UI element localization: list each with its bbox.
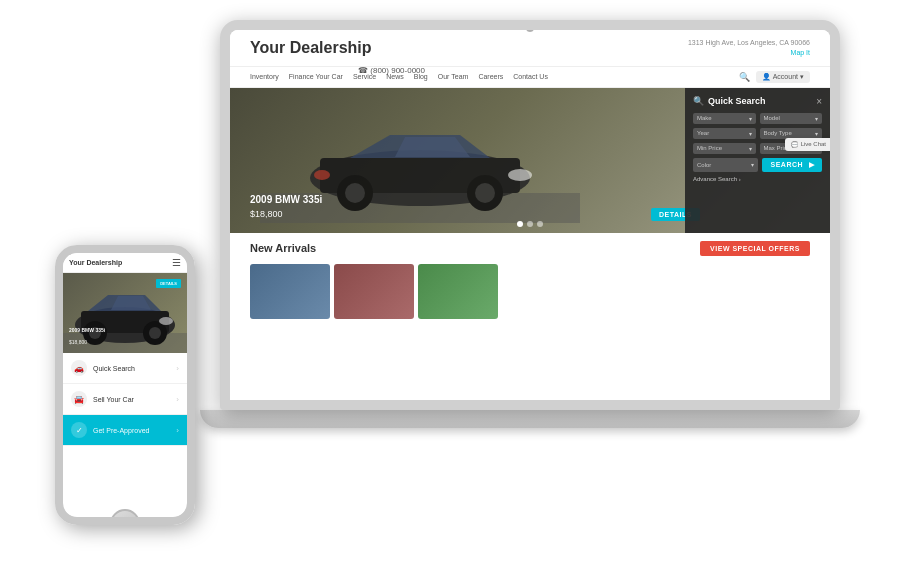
phone-speaker (110, 248, 140, 251)
account-label: Account (773, 73, 798, 80)
site-contact: ☎ (800) 900-0000 1313 High Ave, Los Ange… (688, 38, 810, 58)
slide-dot-1[interactable] (517, 221, 523, 227)
slide-indicators (517, 221, 543, 227)
site-logo: Your Dealership (250, 39, 372, 57)
quick-search-title: 🔍 Quick Search (693, 96, 766, 106)
phone-hamburger-icon[interactable]: ☰ (172, 257, 181, 268)
laptop: Your Dealership ☎ (800) 900-0000 1313 Hi… (220, 20, 840, 440)
phone-menu: 🚗 Quick Search › 🚘 Sell Your Car › (63, 353, 187, 446)
quick-search-arrow-icon: › (176, 364, 179, 373)
phone-hero: 2009 BMW 335i $18,800 DETAILS (63, 273, 187, 353)
nav-team[interactable]: Our Team (438, 73, 469, 80)
quick-search-menu-icon: 🚗 (71, 360, 87, 376)
search-icon-qs: 🔍 (693, 96, 704, 106)
svg-point-9 (508, 169, 532, 181)
phone-body: Your Dealership ☰ (55, 245, 195, 525)
svg-point-19 (149, 327, 161, 339)
slide-dot-2[interactable] (527, 221, 533, 227)
pre-approved-menu-icon: ✓ (71, 422, 87, 438)
laptop-body: Your Dealership ☎ (800) 900-0000 1313 Hi… (220, 20, 840, 410)
car-thumb-3[interactable] (418, 264, 498, 319)
phone-hero-car-price: $18,800 (69, 339, 87, 345)
quick-search-close[interactable]: × (816, 96, 822, 107)
phone-logo: Your Dealership (69, 259, 122, 266)
contact-phone: ☎ (800) 900-0000 (285, 65, 425, 345)
account-chevron: ▾ (800, 73, 804, 81)
laptop-screen: Your Dealership ☎ (800) 900-0000 1313 Hi… (230, 30, 830, 400)
phone-hero-badge[interactable]: DETAILS (156, 279, 181, 288)
account-icon: 👤 (762, 73, 771, 81)
pre-approved-menu-label: Get Pre-Approved (93, 427, 149, 434)
scene: Your Dealership ☎ (800) 900-0000 1313 Hi… (0, 0, 900, 580)
slide-dot-3[interactable] (537, 221, 543, 227)
svg-point-20 (159, 317, 173, 325)
live-chat-tab[interactable]: 💬 Live Chat (785, 138, 830, 151)
laptop-camera (526, 24, 534, 32)
sell-car-menu-label: Sell Your Car (93, 396, 134, 403)
qs-model-select[interactable]: Model▾ (760, 113, 823, 124)
view-offers-button[interactable]: VIEW SPECIAL OFFERS (700, 241, 810, 256)
contact-address: 1313 High Ave, Los Angeles, CA 90066 (688, 38, 810, 48)
phone-header: Your Dealership ☰ (63, 253, 187, 273)
quick-search-menu-label: Quick Search (93, 365, 135, 372)
site-header: Your Dealership ☎ (800) 900-0000 1313 Hi… (230, 30, 830, 67)
qs-year-select[interactable]: Year▾ (693, 128, 756, 139)
chat-icon: 💬 (791, 141, 798, 148)
svg-point-8 (475, 183, 495, 203)
phone-menu-quick-search[interactable]: 🚗 Quick Search › (63, 353, 187, 384)
account-button[interactable]: 👤 Account ▾ (756, 71, 810, 83)
qs-make-select[interactable]: Make▾ (693, 113, 756, 124)
phone-screen: Your Dealership ☰ (63, 253, 187, 517)
contact-map[interactable]: Map It (688, 48, 810, 58)
phone-power-button (193, 303, 195, 323)
phone-vol-down-button (55, 318, 57, 333)
logo-text-normal: Your (250, 39, 290, 56)
qs-bodytype-select[interactable]: Body Type▾ (760, 128, 823, 139)
phone-menu-sell-car[interactable]: 🚘 Sell Your Car › (63, 384, 187, 415)
nav-icons: 🔍 👤 Account ▾ (739, 71, 810, 83)
search-icon[interactable]: 🔍 (739, 72, 750, 82)
nav-inventory[interactable]: Inventory (250, 73, 279, 80)
laptop-base (200, 410, 860, 428)
quick-search-header: 🔍 Quick Search × (693, 96, 822, 107)
phone-hero-car-title: 2009 BMW 335i (69, 327, 105, 333)
quick-search-panel: 🔍 Quick Search × Make▾ Model▾ (685, 88, 830, 233)
phone: Your Dealership ☰ (55, 245, 195, 525)
qs-row-year-body: Year▾ Body Type▾ (693, 128, 822, 139)
logo-text-bold: Dealership (290, 39, 372, 56)
sell-car-arrow-icon: › (176, 395, 179, 404)
nav-contact[interactable]: Contact Us (513, 73, 548, 80)
phone-menu-pre-approved[interactable]: ✓ Get Pre-Approved › (63, 415, 187, 446)
nav-careers[interactable]: Careers (478, 73, 503, 80)
qs-search-button[interactable]: SEARCH ▶ (762, 158, 822, 172)
qs-row-color-search: Color▾ SEARCH ▶ (693, 158, 822, 172)
qs-advance-search[interactable]: Advance Search › (693, 176, 822, 182)
phone-vol-up-button (55, 298, 57, 313)
sell-car-menu-icon: 🚘 (71, 391, 87, 407)
qs-minprice-select[interactable]: Min Price▾ (693, 143, 756, 154)
pre-approved-arrow-icon: › (176, 426, 179, 435)
qs-row-make-model: Make▾ Model▾ (693, 113, 822, 124)
hero-car-price: $18,800 (250, 209, 283, 219)
qs-color-select[interactable]: Color▾ (693, 158, 758, 172)
